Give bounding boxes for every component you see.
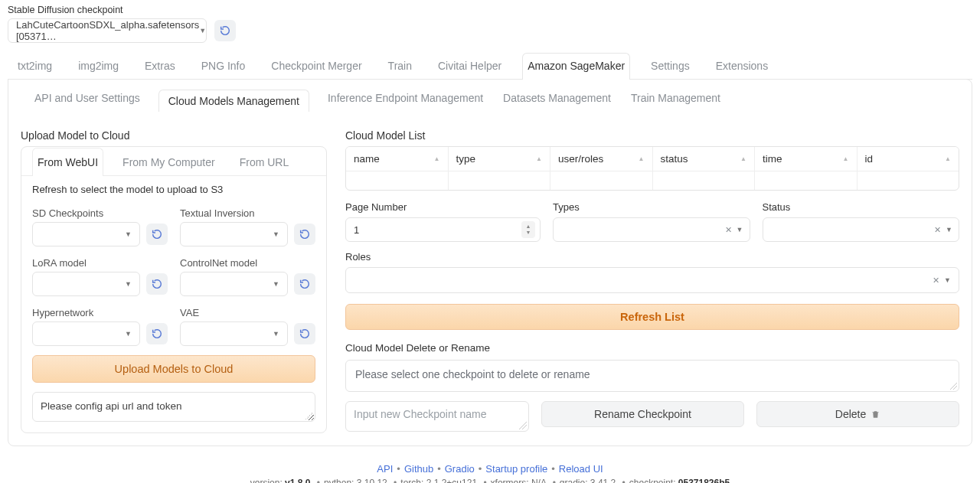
vae-select[interactable]: ▼ [180,321,288,346]
footer-link-api[interactable]: API [377,463,393,475]
resize-handle-icon[interactable] [949,382,957,390]
page-number-value: 1 [354,224,359,236]
delete-button-label: Delete [835,408,866,420]
column-label: status [661,153,688,165]
column-user-roles[interactable]: user/roles▲ [550,147,653,171]
refresh-textual-inversion-button[interactable] [294,224,315,245]
upload-tab-from-url[interactable]: From URL [234,148,295,176]
lora-model-select[interactable]: ▼ [32,272,140,296]
chevron-down-icon: ▼ [273,330,279,338]
table-cell [550,171,653,190]
refresh-list-button[interactable]: Refresh List [345,304,959,330]
subtab-train-management[interactable]: Train Management [629,89,722,111]
tab-extensions[interactable]: Extensions [710,53,773,80]
refresh-hypernetwork-button[interactable] [146,323,168,344]
refresh-icon [299,228,311,240]
hypernetwork-select[interactable]: ▼ [32,321,140,346]
tab-img2img[interactable]: img2img [73,53,124,80]
status-label: Status [763,201,960,213]
status-select[interactable]: ✕ ▼ [763,217,960,242]
refresh-icon [219,24,231,37]
tab-extras[interactable]: Extras [139,53,181,80]
version-value: v1.8.0 [285,478,310,483]
field-label: Textual Inversion [180,207,315,219]
upload-status-textarea[interactable]: Please config api url and token [32,392,315,422]
refresh-lora-model-button[interactable] [146,273,168,295]
rename-checkpoint-button[interactable]: Rename Checkpoint [541,401,744,427]
number-stepper[interactable]: ▲▼ [521,221,535,238]
resize-handle-icon[interactable] [305,412,313,419]
gradio-version: gradio: 3.41.2 [560,478,616,483]
subtab-cloud-models-management[interactable]: Cloud Models Management [158,90,309,112]
clear-icon[interactable]: ✕ [725,225,732,235]
table-cell [858,171,959,190]
page-number-input[interactable]: 1 ▲▼ [345,217,541,242]
resize-handle-icon[interactable] [519,422,527,429]
sd-checkpoints-select[interactable]: ▼ [32,222,140,246]
cloud-model-table: name▲type▲user/roles▲status▲time▲id▲ [345,146,959,191]
column-label: user/roles [558,153,603,165]
refresh-vae-button[interactable] [294,323,315,344]
chevron-down-icon: ▼ [125,230,132,238]
refresh-sd-checkpoints-button[interactable] [146,224,168,245]
refresh-controlnet-model-button[interactable] [294,273,315,295]
upload-tab-from-my-computer[interactable]: From My Computer [117,148,220,176]
chevron-down-icon: ▼ [737,226,743,233]
sort-icon[interactable]: ▲ [945,156,951,162]
footer: API•Github•Gradio•Startup profile•Reload… [8,463,972,483]
upload-tab-from-webui[interactable]: From WebUI [32,148,103,176]
field-label: SD Checkpoints [32,207,168,219]
tab-txt2img[interactable]: txt2img [12,53,57,80]
column-status[interactable]: status▲ [653,147,756,171]
footer-link-gradio[interactable]: Gradio [445,463,475,475]
upload-status-text: Please config api url and token [41,400,182,412]
clear-icon[interactable]: ✕ [933,276,939,286]
delete-rename-placeholder: Please select one checkpoint to delete o… [355,368,590,380]
tab-png-info[interactable]: PNG Info [196,53,251,80]
roles-select[interactable]: ✕ ▼ [345,267,959,293]
sort-icon[interactable]: ▲ [843,156,849,162]
tab-amazon-sagemaker[interactable]: Amazon SageMaker [522,53,630,80]
page-number-label: Page Number [345,201,541,213]
refresh-checkpoint-button[interactable] [214,20,236,41]
new-checkpoint-name-input[interactable]: Input new Checkpoint name [345,401,529,432]
delete-rename-select[interactable]: Please select one checkpoint to delete o… [345,360,959,392]
table-cell [449,171,551,190]
refresh-icon [151,228,163,240]
footer-link-startup-profile[interactable]: Startup profile [485,463,547,475]
column-type[interactable]: type▲ [449,147,551,171]
field-label: LoRA model [32,257,168,269]
tab-civitai-helper[interactable]: Civitai Helper [433,53,507,80]
column-label: id [865,153,874,165]
clear-icon[interactable]: ✕ [934,225,941,235]
sort-icon[interactable]: ▲ [639,156,645,162]
textual-inversion-select[interactable]: ▼ [180,222,288,246]
column-name[interactable]: name▲ [346,147,449,171]
chevron-down-icon: ▼ [199,27,206,34]
column-time[interactable]: time▲ [755,147,858,171]
upload-models-button[interactable]: Upload Models to Cloud [32,355,315,383]
sort-icon[interactable]: ▲ [740,156,746,162]
subtab-api-and-user-settings[interactable]: API and User Settings [33,89,142,111]
delete-checkpoint-button[interactable]: Delete [756,401,959,427]
types-select[interactable]: ✕ ▼ [553,217,750,242]
column-label: time [763,153,782,165]
sort-icon[interactable]: ▲ [536,156,542,162]
field-label: VAE [180,307,315,318]
subtab-inference-endpoint-management[interactable]: Inference Endpoint Management [326,89,485,111]
controlnet-model-select[interactable]: ▼ [180,272,288,296]
main-tabs: txt2imgimg2imgExtrasPNG InfoCheckpoint M… [8,52,972,80]
table-cell [755,171,858,190]
tab-checkpoint-merger[interactable]: Checkpoint Merger [266,53,367,80]
tab-settings[interactable]: Settings [645,53,695,80]
sd-checkpoint-select[interactable]: LahCuteCartoonSDXL_alpha.safetensors [05… [8,18,207,43]
chevron-down-icon: ▼ [273,230,279,238]
footer-link-reload-ui[interactable]: Reload UI [559,463,603,475]
tab-train[interactable]: Train [383,53,417,80]
footer-link-github[interactable]: Github [404,463,433,475]
chevron-down-icon: ▼ [125,330,132,338]
sort-icon[interactable]: ▲ [434,156,440,162]
types-label: Types [553,201,750,213]
column-id[interactable]: id▲ [858,147,959,171]
subtab-datasets-management[interactable]: Datasets Management [501,89,612,111]
